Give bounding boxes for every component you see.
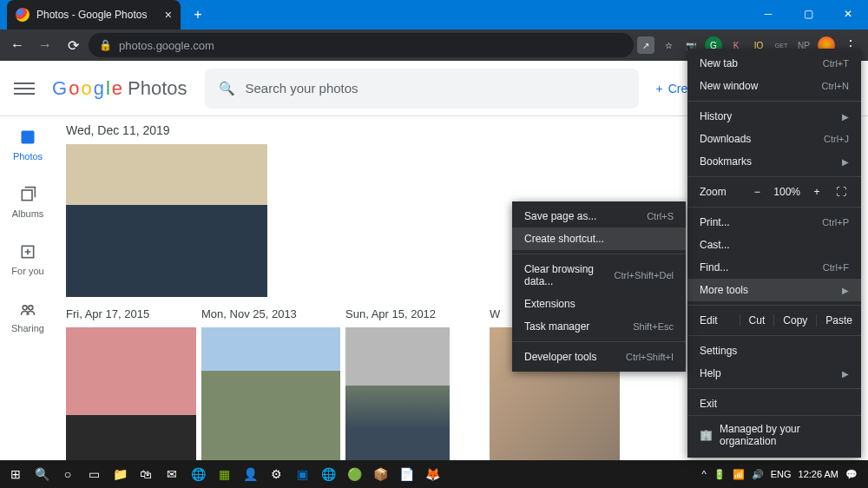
edge-icon[interactable]: 🌐 bbox=[186, 462, 210, 486]
logo-text: Photos bbox=[128, 77, 187, 100]
volume-icon[interactable]: 🔊 bbox=[752, 469, 764, 480]
menu-help[interactable]: Help▶ bbox=[687, 362, 861, 385]
maximize-button[interactable]: ▢ bbox=[788, 0, 828, 28]
close-window-button[interactable]: ✕ bbox=[828, 0, 868, 28]
menu-paste[interactable]: Paste bbox=[816, 314, 861, 326]
zoom-out-button[interactable]: − bbox=[749, 186, 765, 198]
explorer-icon[interactable]: 📁 bbox=[108, 462, 132, 486]
menu-cast[interactable]: Cast... bbox=[687, 234, 861, 256]
battery-icon[interactable]: 🔋 bbox=[713, 469, 726, 480]
sidebar-item-foryou[interactable]: For you bbox=[0, 238, 56, 280]
menu-edit-row: Edit Cut Copy Paste bbox=[687, 309, 861, 332]
zoom-value: 100% bbox=[773, 186, 800, 198]
forward-button[interactable]: → bbox=[33, 33, 57, 57]
lock-icon: 🔒 bbox=[99, 39, 112, 51]
menu-exit[interactable]: Exit bbox=[687, 392, 861, 415]
svg-point-3 bbox=[23, 306, 27, 310]
photo-thumbnail[interactable] bbox=[201, 327, 340, 460]
menu-print[interactable]: Print...Ctrl+P bbox=[687, 211, 861, 234]
new-tab-button[interactable]: + bbox=[186, 3, 210, 27]
main-menu-button[interactable] bbox=[14, 78, 35, 99]
app-icon[interactable]: 📦 bbox=[368, 462, 392, 486]
clock[interactable]: 12:26 AM bbox=[799, 469, 838, 479]
sidebar-item-photos[interactable]: Photos bbox=[0, 123, 56, 165]
svg-rect-1 bbox=[22, 190, 32, 201]
sidebar-item-sharing[interactable]: Sharing bbox=[0, 295, 56, 337]
close-tab-icon[interactable]: × bbox=[165, 8, 172, 22]
firefox-icon[interactable]: 🦊 bbox=[420, 462, 444, 486]
titlebar: Photos - Google Photos × + ─ ▢ ✕ bbox=[0, 0, 868, 30]
sharing-icon bbox=[17, 299, 38, 320]
chrome-menu: New tabCtrl+T New windowCtrl+N History▶ … bbox=[687, 49, 861, 458]
lang-indicator[interactable]: ENG bbox=[771, 469, 792, 479]
menu-history[interactable]: History▶ bbox=[687, 105, 861, 128]
menu-new-window[interactable]: New windowCtrl+N bbox=[687, 75, 861, 97]
google-photos-logo[interactable]: Google Photos bbox=[52, 77, 187, 100]
tray-up-icon[interactable]: ^ bbox=[702, 469, 707, 479]
sidebar-label: Photos bbox=[13, 151, 43, 162]
app-icon[interactable]: 👤 bbox=[238, 462, 262, 486]
chevron-right-icon: ▶ bbox=[842, 369, 849, 379]
settings-icon[interactable]: ⚙ bbox=[264, 462, 288, 486]
foryou-icon bbox=[17, 241, 38, 262]
wifi-icon[interactable]: 📶 bbox=[733, 469, 745, 480]
mail-icon[interactable]: ✉ bbox=[160, 462, 184, 486]
menu-downloads[interactable]: DownloadsCtrl+J bbox=[687, 128, 861, 150]
notifications-icon[interactable]: 💬 bbox=[845, 469, 858, 480]
svg-point-4 bbox=[29, 306, 33, 310]
photos-icon bbox=[17, 127, 38, 148]
sidebar-item-albums[interactable]: Albums bbox=[0, 181, 56, 222]
menu-bookmarks[interactable]: Bookmarks▶ bbox=[687, 150, 861, 173]
sidebar-label: Albums bbox=[12, 208, 44, 219]
photo-thumbnail[interactable] bbox=[66, 327, 196, 460]
submenu-task-manager[interactable]: Task managerShift+Esc bbox=[512, 315, 686, 338]
taskbar: ⊞ 🔍 ○ ▭ 📁 🛍 ✉ 🌐 ▦ 👤 ⚙ ▣ 🌐 🟢 📦 📄 🦊 ^ 🔋 📶 … bbox=[0, 460, 868, 488]
tab-favicon bbox=[16, 8, 30, 22]
search-button[interactable]: 🔍 bbox=[30, 462, 54, 486]
browser-tab[interactable]: Photos - Google Photos × bbox=[7, 0, 181, 30]
app-icon[interactable]: 🟢 bbox=[342, 462, 366, 486]
chrome-icon[interactable]: 🌐 bbox=[316, 462, 340, 486]
submenu-extensions[interactable]: Extensions bbox=[512, 293, 686, 315]
menu-managed[interactable]: 🏢 Managed by your organization bbox=[687, 415, 861, 454]
zoom-in-button[interactable]: + bbox=[809, 186, 825, 198]
menu-new-tab[interactable]: New tabCtrl+T bbox=[687, 52, 861, 75]
back-button[interactable]: ← bbox=[5, 33, 30, 57]
menu-zoom: Zoom − 100% + ⛶ bbox=[687, 181, 861, 203]
fullscreen-button[interactable]: ⛶ bbox=[833, 186, 849, 198]
reload-button[interactable]: ⟳ bbox=[61, 33, 85, 57]
plus-icon: + bbox=[656, 82, 663, 96]
menu-cut[interactable]: Cut bbox=[740, 314, 774, 326]
submenu-create-shortcut[interactable]: Create shortcut... bbox=[512, 228, 686, 250]
docs-icon[interactable]: 📄 bbox=[394, 462, 418, 486]
search-input[interactable]: 🔍 Search your photos bbox=[205, 69, 639, 109]
start-button[interactable]: ⊞ bbox=[3, 462, 28, 486]
menu-more-tools[interactable]: More tools▶ bbox=[687, 279, 861, 301]
building-icon: 🏢 bbox=[700, 429, 713, 441]
submenu-clear-data[interactable]: Clear browsing data...Ctrl+Shift+Del bbox=[512, 258, 686, 293]
minimize-button[interactable]: ─ bbox=[748, 0, 788, 28]
task-view-icon[interactable]: ▭ bbox=[82, 462, 106, 486]
app-icon[interactable]: ▦ bbox=[212, 462, 236, 486]
chevron-right-icon: ▶ bbox=[842, 157, 849, 167]
menu-settings[interactable]: Settings bbox=[687, 340, 861, 362]
photo-thumbnail[interactable] bbox=[345, 327, 450, 460]
submenu-save-page[interactable]: Save page as...Ctrl+S bbox=[512, 205, 686, 228]
window-controls: ─ ▢ ✕ bbox=[748, 0, 868, 28]
date-header: Sun, Apr 15, 2012 bbox=[345, 307, 484, 320]
app-icon[interactable]: ▣ bbox=[290, 462, 314, 486]
submenu-dev-tools[interactable]: Developer toolsCtrl+Shift+I bbox=[512, 346, 686, 368]
search-icon: 🔍 bbox=[219, 81, 235, 96]
chevron-right-icon: ▶ bbox=[842, 286, 849, 295]
menu-find[interactable]: Find...Ctrl+F bbox=[687, 256, 861, 279]
photo-thumbnail[interactable] bbox=[66, 144, 267, 297]
search-placeholder: Search your photos bbox=[246, 81, 358, 96]
chevron-right-icon: ▶ bbox=[842, 112, 849, 122]
cortana-icon[interactable]: ○ bbox=[56, 462, 80, 486]
more-tools-submenu: Save page as...Ctrl+S Create shortcut...… bbox=[512, 201, 686, 372]
menu-copy[interactable]: Copy bbox=[773, 314, 816, 326]
store-icon[interactable]: 🛍 bbox=[134, 462, 158, 486]
url-field[interactable]: 🔒 photos.google.com bbox=[89, 33, 634, 57]
share-icon[interactable]: ↗ bbox=[637, 36, 654, 54]
bookmark-star-icon[interactable]: ☆ bbox=[660, 36, 677, 54]
